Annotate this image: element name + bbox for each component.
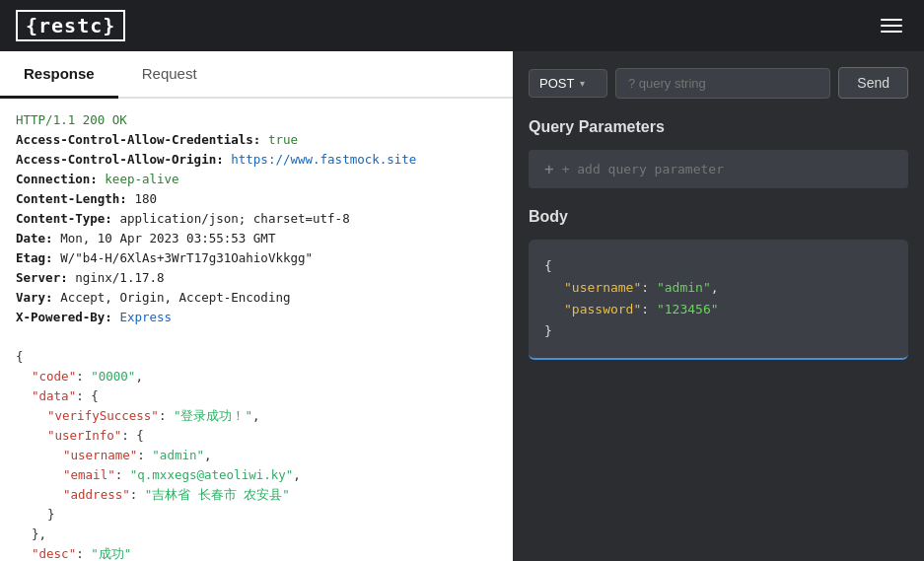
- header-line-1: Access-Control-Allow-Credentials: true: [16, 130, 497, 150]
- body-section: Body { "username": "admin", "password": …: [513, 200, 924, 376]
- add-param-row[interactable]: + + add query parameter: [529, 150, 908, 188]
- http-status: HTTP/1.1 200 OK: [16, 112, 127, 127]
- header-val-1: true: [268, 132, 298, 147]
- header-key-6: Date:: [16, 231, 53, 245]
- body-password-line: "password": "123456": [544, 299, 892, 320]
- send-button[interactable]: Send: [838, 67, 908, 99]
- menu-icon-line1: [881, 19, 902, 21]
- json-line-2: "data": {: [16, 386, 497, 406]
- http-status-line: HTTP/1.1 200 OK: [16, 110, 497, 130]
- json-line-0: {: [16, 347, 497, 367]
- main-layout: Response Request HTTP/1.1 200 OK Access-…: [0, 51, 924, 561]
- header-line-10: X-Powered-By: Express: [16, 308, 497, 327]
- url-bar: POST ▾ Send: [513, 51, 924, 110]
- header-val-5: application/json; charset=utf-8: [119, 211, 349, 226]
- header-key-1: Access-Control-Allow-Credentials:: [16, 132, 260, 147]
- menu-button[interactable]: [875, 13, 908, 38]
- json-line-6: "email": "q.mxxegs@ateoliwi.ky",: [16, 465, 497, 485]
- header-val-10: Express: [119, 310, 172, 324]
- tab-bar: Response Request: [0, 51, 513, 99]
- right-panel: POST ▾ Send Query Parameters + + add que…: [513, 51, 924, 561]
- header-key-7: Etag:: [16, 250, 53, 265]
- json-line-7: "address": "吉林省 长春市 农安县": [16, 485, 497, 505]
- app-logo: {restc}: [16, 10, 125, 41]
- header-key-10: X-Powered-By:: [16, 310, 112, 324]
- query-params-title: Query Parameters: [529, 118, 908, 136]
- header-val-3: keep-alive: [105, 172, 178, 186]
- menu-icon-line2: [881, 25, 902, 27]
- header-line-8: Server: nginx/1.17.8: [16, 268, 497, 288]
- method-select[interactable]: POST ▾: [529, 69, 607, 98]
- header-key-5: Content-Type:: [16, 211, 112, 226]
- left-panel: Response Request HTTP/1.1 200 OK Access-…: [0, 51, 513, 561]
- header-line-7: Etag: W/"b4-H/6XlAs+3WrT17g31OahioVkkgg": [16, 248, 497, 268]
- header-line-5: Content-Type: application/json; charset=…: [16, 209, 497, 229]
- app-header: {restc}: [0, 0, 924, 51]
- header-key-8: Server:: [16, 270, 68, 285]
- response-headers: Access-Control-Allow-Credentials: true A…: [16, 130, 497, 327]
- body-editor[interactable]: { "username": "admin", "password": "1234…: [529, 240, 908, 360]
- json-line-9: },: [16, 525, 497, 544]
- json-body: { "code": "0000", "data": { "verifySucce…: [16, 347, 497, 561]
- header-line-9: Vary: Accept, Origin, Accept-Encoding: [16, 288, 497, 308]
- header-val-2: https://www.fastmock.site: [231, 152, 416, 167]
- header-val-8: nginx/1.17.8: [75, 270, 164, 285]
- method-label: POST: [539, 76, 574, 91]
- header-key-9: Vary:: [16, 290, 53, 305]
- header-line-3: Connection: keep-alive: [16, 170, 497, 189]
- chevron-down-icon: ▾: [580, 78, 585, 89]
- tab-response[interactable]: Response: [0, 51, 118, 99]
- header-val-4: 180: [134, 191, 157, 206]
- header-val-6: Mon, 10 Apr 2023 03:55:53 GMT: [60, 231, 275, 245]
- header-key-3: Connection:: [16, 172, 98, 186]
- header-line-4: Content-Length: 180: [16, 189, 497, 209]
- header-val-9: Accept, Origin, Accept-Encoding: [60, 290, 290, 305]
- menu-icon-line3: [881, 31, 902, 33]
- url-input[interactable]: [615, 68, 830, 99]
- body-brace-close: }: [544, 320, 892, 342]
- query-params-section: Query Parameters + + add query parameter: [513, 110, 924, 200]
- tab-request[interactable]: Request: [118, 51, 221, 99]
- json-line-8: }: [16, 505, 497, 525]
- header-key-4: Content-Length:: [16, 191, 127, 206]
- json-line-10: "desc": "成功": [16, 544, 497, 561]
- header-key-2: Access-Control-Allow-Origin:: [16, 152, 224, 167]
- json-line-4: "userInfo": {: [16, 426, 497, 446]
- json-line-5: "username": "admin",: [16, 446, 497, 465]
- body-title: Body: [529, 208, 908, 226]
- header-val-7: W/"b4-H/6XlAs+3WrT17g31OahioVkkgg": [60, 250, 313, 265]
- header-line-6: Date: Mon, 10 Apr 2023 03:55:53 GMT: [16, 229, 497, 248]
- response-content: HTTP/1.1 200 OK Access-Control-Allow-Cre…: [0, 99, 513, 561]
- json-line-3: "verifySuccess": "登录成功！",: [16, 406, 497, 426]
- plus-icon: +: [544, 160, 554, 178]
- header-line-2: Access-Control-Allow-Origin: https://www…: [16, 150, 497, 170]
- add-param-label: + add query parameter: [562, 162, 724, 176]
- body-username-line: "username": "admin",: [544, 277, 892, 299]
- json-line-1: "code": "0000",: [16, 367, 497, 386]
- body-brace-open: {: [544, 255, 892, 277]
